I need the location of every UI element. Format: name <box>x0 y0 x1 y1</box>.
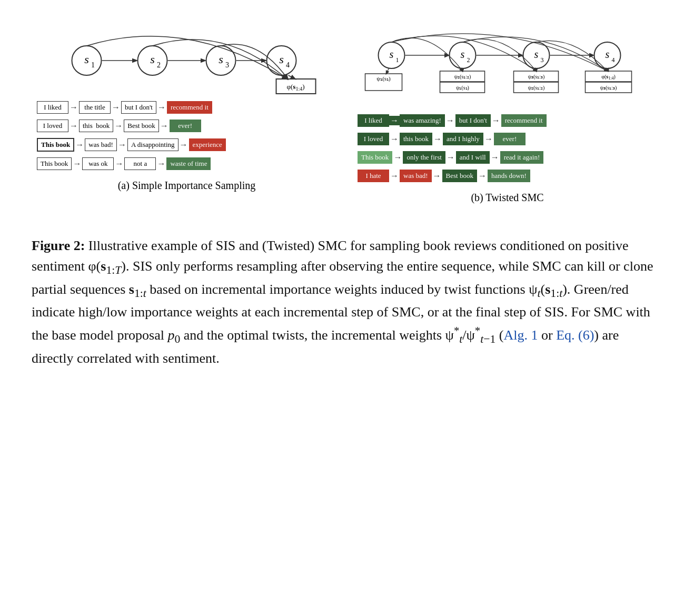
subfigure-b: s 1 s 2 s 3 s 4 ψ₁(s₁) ψ₂(s₁:₂) ψ₁ <box>358 32 657 204</box>
cell-1: This book <box>37 138 74 152</box>
cell-2: was bad! <box>400 170 432 182</box>
cell-3: but I don't <box>455 114 491 127</box>
svg-line-17 <box>289 75 295 79</box>
svg-text:3: 3 <box>541 56 544 64</box>
subfigure-a-graph: s 1 s 2 s 3 s 4 φ(s1:4) <box>37 32 336 97</box>
subfigure-a-label: (a) Simple Importance Sampling <box>118 180 256 192</box>
arrow-3: → <box>156 159 166 168</box>
arrow-1: → <box>389 134 400 144</box>
cell-1: This book <box>37 157 72 170</box>
cell-4: waste of time <box>166 157 211 170</box>
smc-sequences: I liked → was amazing! → but I don't → r… <box>358 114 657 185</box>
cell-4: recommend it <box>167 101 212 114</box>
cell-2: this book <box>400 133 432 145</box>
cell-4: recommend it <box>501 114 547 127</box>
cell-4: experience <box>189 138 226 151</box>
cell-3: Best book <box>442 170 477 182</box>
cell-1: This book <box>358 151 392 164</box>
cell-3: but I don't <box>121 101 156 114</box>
svg-text:1: 1 <box>396 56 399 64</box>
svg-text:4: 4 <box>612 56 615 64</box>
svg-text:s: s <box>461 48 465 60</box>
arrow-1: → <box>72 159 82 168</box>
arrow-1: → <box>389 171 400 181</box>
cell-2: was amazing! <box>400 114 445 127</box>
cell-2: was bad! <box>85 138 117 151</box>
arrow-2: → <box>117 140 127 150</box>
arrow-2: → <box>114 159 124 168</box>
cell-3: not a <box>124 157 156 170</box>
svg-text:3: 3 <box>225 61 229 69</box>
cell-2: this book <box>79 120 113 132</box>
table-row: I liked → was amazing! → but I don't → r… <box>358 114 657 127</box>
cell-4: ever! <box>170 120 201 132</box>
svg-line-47 <box>386 68 389 74</box>
figure-caption: Figure 2: Illustrative example of SIS an… <box>32 235 662 369</box>
arrow-3: → <box>477 171 488 181</box>
figure-container: s 1 s 2 s 3 s 4 φ(s1:4) <box>32 21 662 214</box>
cell-4: hands down! <box>488 170 530 182</box>
table-row: I loved → this book → Best book → ever! <box>37 120 336 132</box>
arrow-1: → <box>68 103 79 112</box>
figure-label: Figure 2: <box>32 238 85 253</box>
svg-text:s: s <box>390 48 394 60</box>
cell-1: I loved <box>358 133 389 145</box>
arrow-3: → <box>179 140 189 150</box>
arrow-3: → <box>491 116 501 125</box>
cell-1: I liked <box>37 101 68 114</box>
subfigure-b-label: (b) Twisted SMC <box>471 192 543 204</box>
table-row: I liked → the title → but I don't → reco… <box>37 101 336 114</box>
table-row: This book → was ok → not a → waste of ti… <box>37 157 336 170</box>
cell-1: I loved <box>37 120 68 132</box>
smc-graph-svg: s 1 s 2 s 3 s 4 ψ₁(s₁) ψ₂(s₁:₂) ψ₁ <box>358 32 657 108</box>
alg1-link[interactable]: Alg. 1 <box>503 327 538 343</box>
table-row: This book → only the first → and I will … <box>358 151 657 164</box>
arrow-3: → <box>156 103 167 112</box>
arrow-1: → <box>68 121 79 131</box>
cell-3: and I will <box>456 151 490 164</box>
cell-3: and I highly <box>443 133 483 145</box>
svg-text:ψ₁(s₁): ψ₁(s₁) <box>456 85 469 91</box>
svg-text:ψ₂(s₁:₂): ψ₂(s₁:₂) <box>454 74 471 80</box>
arrow-2: → <box>113 121 124 131</box>
cell-3: A disappointing <box>127 138 179 151</box>
arrow-1: → <box>392 153 403 162</box>
eq6-link[interactable]: Eq. (6) <box>556 327 594 343</box>
sis-graph-svg: s 1 s 2 s 3 s 4 φ(s1:4) <box>37 32 336 95</box>
cell-3: Best book <box>124 120 158 132</box>
arrow-2: → <box>432 171 442 181</box>
arrow-1: → <box>74 140 85 150</box>
subfigure-b-graph: s 1 s 2 s 3 s 4 ψ₁(s₁) ψ₂(s₁:₂) ψ₁ <box>358 32 657 110</box>
table-row: I loved → this book → and I highly → eve… <box>358 133 657 145</box>
subfigure-a: s 1 s 2 s 3 s 4 φ(s1:4) <box>37 32 336 204</box>
svg-text:4: 4 <box>286 61 290 69</box>
svg-text:s: s <box>150 53 155 66</box>
arrow-2: → <box>445 116 455 125</box>
svg-text:ψ₃(s₁:₃): ψ₃(s₁:₃) <box>600 85 617 91</box>
arrow-3: → <box>483 134 494 144</box>
svg-text:s: s <box>84 53 89 66</box>
svg-text:s: s <box>606 48 610 60</box>
svg-text:2: 2 <box>157 61 161 69</box>
table-row: This book → was bad! → A disappointing →… <box>37 138 336 152</box>
cell-4: read it again! <box>500 151 544 164</box>
svg-text:1: 1 <box>91 61 95 69</box>
cell-2: only the first <box>403 151 445 164</box>
cell-2: the title <box>79 101 111 114</box>
arrow-3: → <box>490 153 500 162</box>
cell-1: I liked <box>358 114 389 127</box>
svg-text:s: s <box>534 48 539 60</box>
cell-1: I hate <box>358 170 389 182</box>
arrow-3: → <box>159 121 170 131</box>
arrow-2: → <box>111 103 121 112</box>
svg-text:ψ₂(s₁:₂): ψ₂(s₁:₂) <box>528 85 545 91</box>
svg-text:s: s <box>219 53 223 66</box>
svg-text:2: 2 <box>467 56 470 64</box>
svg-text:ψ₃(s₁:₃): ψ₃(s₁:₃) <box>528 74 545 80</box>
arrow-2: → <box>445 153 456 162</box>
table-row: I hate → was bad! → Best book → hands do… <box>358 170 657 182</box>
arrow-1: → <box>389 116 400 125</box>
arrow-2: → <box>432 134 443 144</box>
cell-2: was ok <box>82 157 114 170</box>
cell-4: ever! <box>494 133 526 145</box>
